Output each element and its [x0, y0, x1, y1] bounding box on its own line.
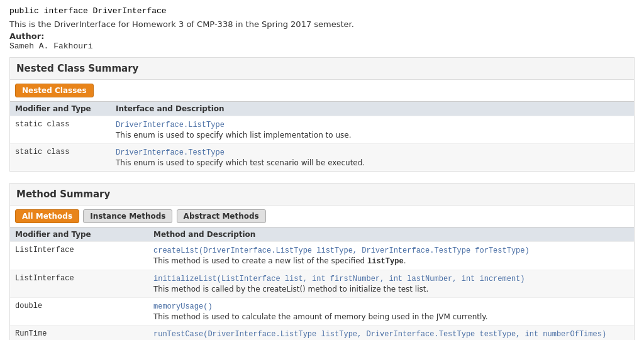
all-methods-tab[interactable]: All Methods — [15, 209, 79, 223]
method-desc-cell: runTestCase(DriverInterface.ListType lis… — [153, 329, 629, 340]
methods-table-body: ListInterface createList(DriverInterface… — [10, 241, 634, 340]
nested-class-summary-title: Nested Class Summary — [10, 58, 634, 80]
nested-table-body: static class DriverInterface.ListType Th… — [10, 116, 634, 171]
nested-class-link[interactable]: DriverInterface.ListType — [116, 121, 225, 129]
nested-col2-header: Interface and Description — [116, 104, 629, 113]
abstract-methods-tab[interactable]: Abstract Methods — [177, 209, 266, 223]
nested-desc-cell: DriverInterface.TestType This enum is us… — [116, 148, 629, 167]
nested-col1-header: Modifier and Type — [15, 104, 116, 113]
method-modifier-cell: double — [15, 302, 153, 310]
nested-class-description: This enum is used to specify which list … — [116, 131, 629, 140]
class-declaration: public interface DriverInterface This is… — [9, 6, 635, 51]
methods-tab-bar: All Methods Instance Methods Abstract Me… — [10, 206, 634, 227]
method-modifier-cell: RunTime — [15, 329, 153, 338]
nested-class-summary-section: Nested Class Summary Nested Classes Modi… — [9, 57, 635, 172]
nested-classes-tab[interactable]: Nested Classes — [15, 84, 94, 97]
methods-table: All Methods Instance Methods Abstract Me… — [10, 206, 634, 340]
method-link[interactable]: initializeList(ListInterface list, int f… — [153, 275, 525, 283]
methods-table-row: RunTime runTestCase(DriverInterface.List… — [10, 325, 634, 340]
methods-col2-header: Method and Description — [153, 230, 629, 239]
methods-table-header: Modifier and Type Method and Description — [10, 227, 634, 241]
method-modifier-cell: ListInterface — [15, 246, 153, 255]
nested-table-header: Modifier and Type Interface and Descript… — [10, 101, 634, 116]
methods-col1-header: Modifier and Type — [15, 230, 153, 239]
nested-table-row: static class DriverInterface.ListType Th… — [10, 116, 634, 143]
method-link[interactable]: memoryUsage() — [153, 302, 213, 311]
nested-class-table: Nested Classes Modifier and Type Interfa… — [10, 80, 634, 171]
bold-code-text: listType — [367, 257, 404, 266]
nested-table-row: static class DriverInterface.TestType Th… — [10, 143, 634, 171]
method-summary-section: Method Summary All Methods Instance Meth… — [9, 183, 635, 340]
methods-table-row: ListInterface initializeList(ListInterfa… — [10, 270, 634, 297]
method-link[interactable]: createList(DriverInterface.ListType list… — [153, 246, 530, 255]
method-description: This method is used to calculate the amo… — [153, 312, 629, 321]
method-description: This method is called by the createList(… — [153, 285, 629, 293]
author-label: Author: — [9, 31, 635, 41]
method-desc-cell: initializeList(ListInterface list, int f… — [153, 274, 629, 293]
class-description: This is the DriverInterface for Homework… — [9, 19, 635, 29]
methods-table-row: double memoryUsage() This method is used… — [10, 297, 634, 325]
method-desc-cell: createList(DriverInterface.ListType list… — [153, 246, 629, 266]
code-header: public interface DriverInterface — [9, 6, 635, 16]
nested-class-link[interactable]: DriverInterface.TestType — [116, 148, 225, 157]
nested-modifier-cell: static class — [15, 120, 116, 129]
nested-class-description: This enum is used to specify which test … — [116, 158, 629, 167]
method-modifier-cell: ListInterface — [15, 274, 153, 283]
method-description: This method is used to create a new list… — [153, 256, 629, 266]
nested-desc-cell: DriverInterface.ListType This enum is us… — [116, 120, 629, 140]
instance-methods-tab[interactable]: Instance Methods — [83, 209, 172, 223]
methods-table-row: ListInterface createList(DriverInterface… — [10, 241, 634, 270]
nested-tab-bar: Nested Classes — [10, 80, 634, 101]
method-link[interactable]: runTestCase(DriverInterface.ListType lis… — [153, 330, 606, 339]
method-summary-title: Method Summary — [10, 184, 634, 206]
author-name: Sameh A. Fakhouri — [9, 41, 635, 51]
nested-modifier-cell: static class — [15, 148, 116, 156]
method-desc-cell: memoryUsage() This method is used to cal… — [153, 302, 629, 321]
